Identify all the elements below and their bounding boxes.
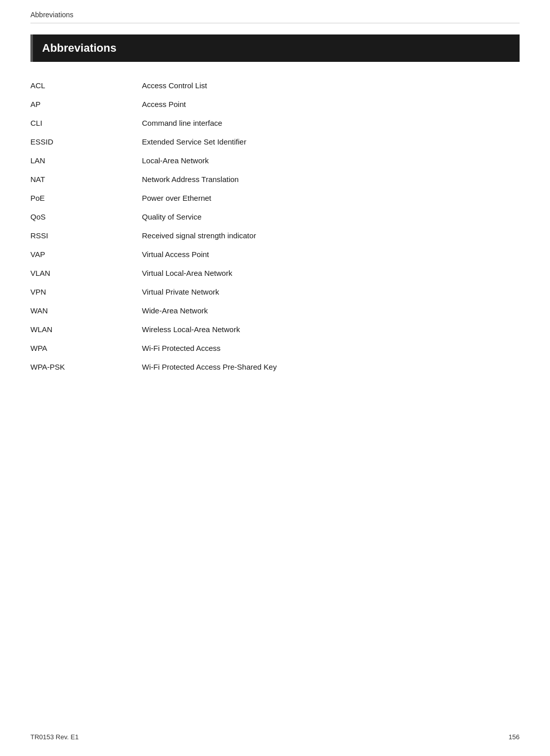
abbr-term: NAT [30, 175, 142, 184]
abbr-term: PoE [30, 194, 142, 202]
abbr-definition: Access Control List [142, 81, 520, 90]
list-item: WPAWi-Fi Protected Access [30, 339, 520, 357]
abbr-term: RSSI [30, 231, 142, 240]
list-item: WLANWireless Local-Area Network [30, 320, 520, 339]
list-item: VAPVirtual Access Point [30, 245, 520, 264]
abbr-definition: Command line interface [142, 119, 520, 127]
abbr-definition: Power over Ethernet [142, 194, 520, 202]
abbr-definition: Wi-Fi Protected Access Pre-Shared Key [142, 363, 520, 371]
footer-doc-id: TR0153 Rev. E1 [30, 733, 79, 741]
list-item: VLANVirtual Local-Area Network [30, 264, 520, 282]
section-header-title: Abbreviations [42, 42, 117, 54]
abbr-term: ESSID [30, 137, 142, 146]
list-item: CLICommand line interface [30, 114, 520, 132]
abbr-term: LAN [30, 156, 142, 165]
list-item: LANLocal-Area Network [30, 151, 520, 170]
page-footer: TR0153 Rev. E1 156 [30, 733, 520, 741]
abbr-term: WPA [30, 344, 142, 352]
abbr-definition: Virtual Access Point [142, 250, 520, 259]
list-item: NATNetwork Address Translation [30, 170, 520, 189]
abbr-definition: Wireless Local-Area Network [142, 325, 520, 334]
abbr-definition: Wide-Area Network [142, 306, 520, 315]
abbr-definition: Quality of Service [142, 212, 520, 221]
breadcrumb: Abbreviations [30, 10, 520, 23]
list-item: WPA-PSKWi-Fi Protected Access Pre-Shared… [30, 357, 520, 376]
abbr-definition: Local-Area Network [142, 156, 520, 165]
list-item: VPNVirtual Private Network [30, 282, 520, 301]
list-item: PoEPower over Ethernet [30, 189, 520, 207]
abbr-definition: Access Point [142, 100, 520, 109]
abbr-term: VLAN [30, 269, 142, 277]
abbr-definition: Wi-Fi Protected Access [142, 344, 520, 352]
footer-page-number: 156 [508, 733, 520, 741]
abbreviations-table: ACLAccess Control ListAPAccess PointCLIC… [30, 76, 520, 376]
abbr-term: QoS [30, 212, 142, 221]
abbr-term: VAP [30, 250, 142, 259]
abbr-definition: Virtual Local-Area Network [142, 269, 520, 277]
abbr-definition: Virtual Private Network [142, 287, 520, 296]
abbr-definition: Extended Service Set Identifier [142, 137, 520, 146]
list-item: RSSIReceived signal strength indicator [30, 226, 520, 245]
list-item: APAccess Point [30, 95, 520, 114]
abbr-definition: Received signal strength indicator [142, 231, 520, 240]
list-item: ESSIDExtended Service Set Identifier [30, 132, 520, 151]
list-item: WANWide-Area Network [30, 301, 520, 320]
abbr-term: CLI [30, 119, 142, 127]
abbr-term: AP [30, 100, 142, 109]
list-item: QoSQuality of Service [30, 207, 520, 226]
abbr-definition: Network Address Translation [142, 175, 520, 184]
abbr-term: WLAN [30, 325, 142, 334]
abbr-term: ACL [30, 81, 142, 90]
section-header: Abbreviations [30, 34, 520, 62]
list-item: ACLAccess Control List [30, 76, 520, 95]
abbr-term: VPN [30, 287, 142, 296]
breadcrumb-text: Abbreviations [30, 11, 74, 19]
abbr-term: WPA-PSK [30, 363, 142, 371]
abbr-term: WAN [30, 306, 142, 315]
page-container: Abbreviations Abbreviations ACLAccess Co… [0, 0, 550, 756]
